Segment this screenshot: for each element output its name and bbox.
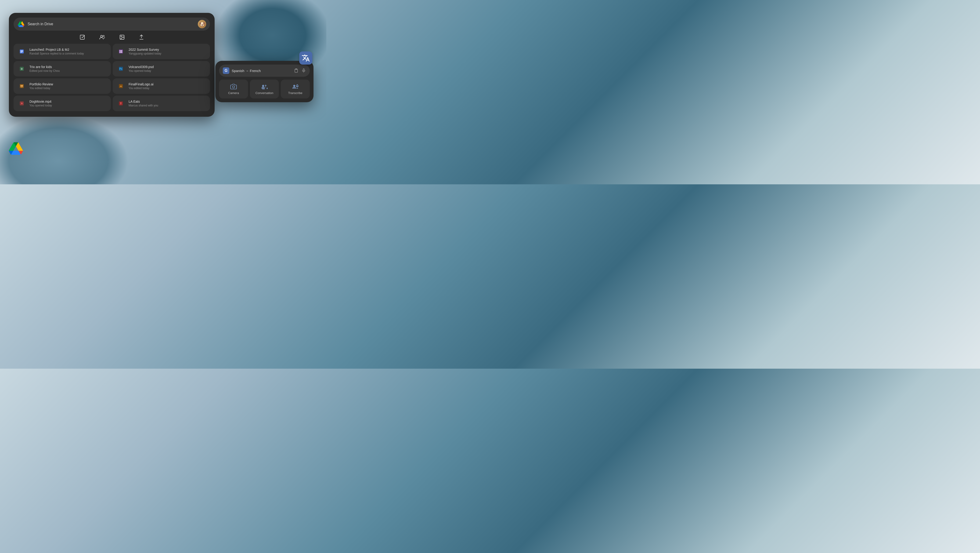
file-name-file-1: Launched: Project LB & MJ xyxy=(29,48,107,51)
svg-point-27 xyxy=(120,102,122,104)
file-info-file-6: FinalFinalLogo.aiYou edited today xyxy=(129,82,206,90)
translate-action-label-camera: Camera xyxy=(228,91,239,95)
tasks-icon[interactable] xyxy=(80,34,85,40)
translate-widget: G Spanish → French Camera xyxy=(215,61,313,102)
file-item-file-2[interactable]: 2022 Summit SurveyYangguang updated toda… xyxy=(113,44,210,59)
search-bar[interactable]: Search in Drive 🐶 xyxy=(14,18,210,31)
file-info-file-7: DogMovie.mp4You opened today xyxy=(29,100,107,107)
file-icon-file-4: Ps xyxy=(116,64,125,73)
file-icon-file-3: ✛ xyxy=(17,64,26,73)
people-icon[interactable] xyxy=(99,34,105,40)
translate-actions: Camera Conversation Transcribe xyxy=(219,80,310,99)
file-name-file-5: Portfolio Review xyxy=(29,82,107,86)
file-name-file-6: FinalFinalLogo.ai xyxy=(129,82,206,86)
translate-action-label-conversation: Conversation xyxy=(256,91,274,95)
file-item-file-4[interactable]: PsVolcano0309.psdYou opened today xyxy=(113,61,210,76)
file-item-file-1[interactable]: Launched: Project LB & MJRandall Spence … xyxy=(14,44,111,59)
translate-action-conversation[interactable]: Conversation xyxy=(250,80,279,99)
file-icon-file-5 xyxy=(17,82,26,91)
svg-rect-7 xyxy=(21,50,23,51)
file-meta-file-1: Randall Spence replied to a comment toda… xyxy=(29,52,107,55)
transcribe-icon xyxy=(292,83,299,89)
file-item-file-3[interactable]: ✛Trix are for kidsEdited just now by Cho… xyxy=(14,61,111,76)
file-icon-file-8 xyxy=(116,99,125,108)
svg-rect-37 xyxy=(297,84,298,86)
svg-rect-13 xyxy=(120,52,121,53)
svg-point-2 xyxy=(103,35,104,37)
svg-rect-14 xyxy=(121,52,122,53)
upload-icon[interactable] xyxy=(139,34,144,40)
file-info-file-5: Portfolio ReviewYou edited today xyxy=(29,82,107,90)
file-icon-file-6: Ai xyxy=(116,82,125,91)
file-name-file-7: DogMovie.mp4 xyxy=(29,100,107,104)
svg-rect-20 xyxy=(21,85,23,86)
translate-input-bar[interactable]: G Spanish → French xyxy=(219,65,310,77)
file-info-file-8: LA EatsMarcus shared with you xyxy=(129,100,206,107)
svg-rect-9 xyxy=(21,52,22,53)
drive-logo-icon xyxy=(17,20,25,28)
svg-rect-12 xyxy=(121,50,122,51)
translate-action-camera[interactable]: Camera xyxy=(219,80,248,99)
file-meta-file-7: You opened today xyxy=(29,104,107,107)
svg-rect-11 xyxy=(120,50,121,51)
search-input-text: Search in Drive xyxy=(28,22,195,26)
file-item-file-6[interactable]: AiFinalFinalLogo.aiYou edited today xyxy=(113,78,210,94)
file-icon-file-7 xyxy=(17,99,26,108)
file-info-file-4: Volcano0309.psdYou opened today xyxy=(129,65,206,73)
camera-icon xyxy=(230,83,237,89)
svg-point-32 xyxy=(232,86,234,88)
svg-rect-10 xyxy=(119,49,123,54)
photos-icon[interactable] xyxy=(119,34,125,40)
translate-action-transcribe[interactable]: Transcribe xyxy=(281,80,310,99)
file-meta-file-3: Edited just now by Chou xyxy=(29,69,107,73)
file-item-file-5[interactable]: Portfolio ReviewYou edited today xyxy=(14,78,111,94)
file-name-file-4: Volcano0309.psd xyxy=(129,65,206,69)
translate-language-text: Spanish → French xyxy=(232,69,291,73)
drive-app-icon[interactable] xyxy=(9,142,23,156)
file-name-file-2: 2022 Summit Survey xyxy=(129,48,206,51)
file-item-file-8[interactable]: LA EatsMarcus shared with you xyxy=(113,96,210,111)
file-info-file-2: 2022 Summit SurveyYangguang updated toda… xyxy=(129,48,206,55)
svg-point-1 xyxy=(100,35,102,37)
file-item-file-7[interactable]: DogMovie.mp4You opened today xyxy=(14,96,111,111)
svg-point-33 xyxy=(262,85,264,87)
svg-text:Ai: Ai xyxy=(120,85,122,88)
file-meta-file-8: Marcus shared with you xyxy=(129,104,206,107)
svg-point-4 xyxy=(121,36,122,37)
drive-widget: Search in Drive 🐶 xyxy=(9,13,215,117)
file-meta-file-2: Yangguang updated today xyxy=(129,52,206,55)
user-avatar[interactable]: 🐶 xyxy=(198,20,206,28)
svg-rect-0 xyxy=(80,35,84,39)
translate-g-logo: G xyxy=(223,67,229,74)
file-meta-file-5: You edited today xyxy=(29,86,107,90)
microphone-icon[interactable] xyxy=(301,68,306,73)
svg-text:✛: ✛ xyxy=(21,67,23,71)
conversation-icon xyxy=(261,83,268,89)
svg-point-34 xyxy=(265,85,266,86)
svg-point-36 xyxy=(293,85,295,87)
file-icon-file-1 xyxy=(17,47,26,56)
file-info-file-3: Trix are for kidsEdited just now by Chou xyxy=(29,65,107,73)
files-grid: Launched: Project LB & MJRandall Spence … xyxy=(14,44,210,111)
toolbar-row xyxy=(14,34,210,40)
translate-app-icon[interactable] xyxy=(299,51,312,65)
file-name-file-3: Trix are for kids xyxy=(29,65,107,69)
svg-rect-21 xyxy=(21,87,22,88)
file-meta-file-4: You opened today xyxy=(129,69,206,73)
file-name-file-8: LA Eats xyxy=(129,100,206,104)
clipboard-icon[interactable] xyxy=(294,68,299,73)
file-icon-file-2 xyxy=(116,47,125,56)
translate-action-label-transcribe: Transcribe xyxy=(288,91,302,95)
svg-text:Ps: Ps xyxy=(119,68,123,70)
file-meta-file-6: You edited today xyxy=(129,86,206,90)
file-info-file-1: Launched: Project LB & MJRandall Spence … xyxy=(29,48,107,55)
svg-rect-30 xyxy=(303,69,304,71)
svg-rect-8 xyxy=(21,51,23,52)
